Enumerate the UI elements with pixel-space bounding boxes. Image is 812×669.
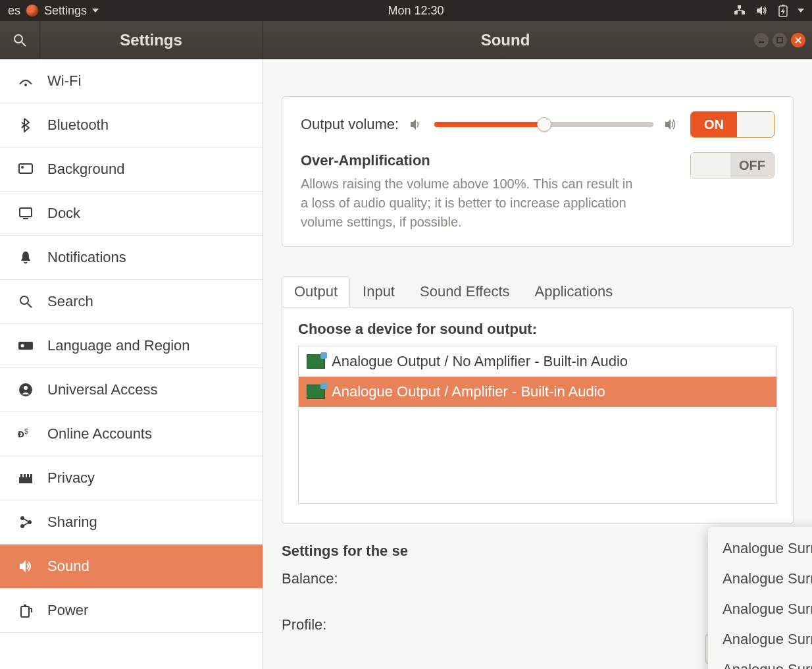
maximize-button[interactable] xyxy=(773,33,787,47)
chevron-down-icon[interactable] xyxy=(92,9,99,13)
tab-output[interactable]: Output xyxy=(282,276,350,307)
profile-option[interactable]: Analogue Surround 5.0 Output xyxy=(708,564,812,594)
sidebar-item-bluetooth[interactable]: Bluetooth xyxy=(0,103,263,147)
window-controls xyxy=(748,33,812,47)
profile-option[interactable]: Analogue Surround 4.1 Output xyxy=(708,624,812,655)
sidebar-item-label: Privacy xyxy=(47,469,95,487)
svg-point-11 xyxy=(14,35,22,43)
sidebar-item-sharing[interactable]: Sharing xyxy=(0,500,263,545)
system-menu-chevron-icon[interactable] xyxy=(798,9,804,13)
window-titlebar: Settings Sound xyxy=(0,21,812,59)
output-volume-switch[interactable]: ON xyxy=(690,111,774,138)
svg-line-23 xyxy=(28,304,32,308)
svg-rect-31 xyxy=(20,474,22,478)
over-amplification-title: Over-Amplification xyxy=(301,152,671,169)
sidebar-item-background[interactable]: Background xyxy=(0,147,263,192)
settings-sidebar: Wi-FiBluetoothBackgroundDockNotification… xyxy=(0,59,263,669)
svg-rect-1 xyxy=(742,11,745,14)
svg-line-38 xyxy=(24,519,28,522)
svg-text:$: $ xyxy=(24,428,28,435)
profile-option[interactable]: Analogue Surround 5.1 Output xyxy=(708,655,812,669)
sidebar-item-online-accounts[interactable]: ᴆ$Online Accounts xyxy=(0,412,263,456)
language-region-icon xyxy=(17,340,34,352)
svg-point-25 xyxy=(21,344,24,348)
sidebar-item-sound[interactable]: Sound xyxy=(0,545,263,589)
svg-point-22 xyxy=(20,296,28,304)
speaker-high-icon xyxy=(664,118,680,131)
sound-tabs: OutputInputSound EffectsApplications xyxy=(282,276,794,307)
svg-rect-30 xyxy=(19,477,32,483)
sidebar-item-label: Background xyxy=(47,161,124,178)
output-device-row[interactable]: Analogue Output / Amplifier - Built-in A… xyxy=(299,377,776,407)
svg-marker-10 xyxy=(781,8,785,15)
svg-rect-0 xyxy=(734,11,738,14)
sidebar-item-power[interactable]: Power xyxy=(0,589,263,633)
sidebar-item-universal-access[interactable]: Universal Access xyxy=(0,368,263,412)
switch-on-label: ON xyxy=(691,112,737,137)
output-device-label: Analogue Output / No Amplifier - Built-i… xyxy=(332,353,628,370)
output-volume-card: Output volume: ON Over-Amplification xyxy=(282,96,794,247)
sound-card-icon xyxy=(307,354,325,369)
wifi-icon xyxy=(17,75,34,87)
output-volume-label: Output volume: xyxy=(301,116,399,133)
profile-option[interactable]: Analogue Surround 2.1 Output xyxy=(708,594,812,624)
output-device-list: Analogue Output / No Amplifier - Built-i… xyxy=(298,346,777,504)
sidebar-item-label: Universal Access xyxy=(47,381,158,398)
choose-device-heading: Choose a device for sound output: xyxy=(298,321,777,338)
sidebar-item-label: Dock xyxy=(47,205,80,222)
sharing-icon xyxy=(17,516,34,529)
tab-applications[interactable]: Applications xyxy=(522,276,626,307)
sound-settings-content: Output volume: ON Over-Amplification xyxy=(263,59,812,669)
over-amplification-desc: Allows raising the volume above 100%. Th… xyxy=(301,174,643,232)
tab-sound-effects[interactable]: Sound Effects xyxy=(407,276,522,307)
sound-card-icon xyxy=(307,385,325,399)
sound-icon xyxy=(17,560,34,573)
sidebar-item-label: Notifications xyxy=(47,249,126,266)
desktop-top-panel: es Settings Mon 12:30 xyxy=(0,0,812,21)
clock[interactable]: Mon 12:30 xyxy=(99,4,733,18)
bluetooth-icon xyxy=(17,118,34,132)
svg-marker-7 xyxy=(757,6,762,15)
sidebar-item-label: Wi-Fi xyxy=(47,72,81,90)
svg-marker-40 xyxy=(20,560,26,572)
left-app-fragment: es xyxy=(8,4,20,18)
tab-input[interactable]: Input xyxy=(350,276,407,307)
network-icon[interactable] xyxy=(733,5,746,16)
profile-option[interactable]: Analogue Surround 4.0 Output xyxy=(708,533,812,564)
search-icon xyxy=(17,295,34,308)
output-device-row[interactable]: Analogue Output / No Amplifier - Built-i… xyxy=(299,346,776,377)
svg-rect-33 xyxy=(27,474,29,478)
svg-marker-45 xyxy=(411,119,416,130)
minimize-button[interactable] xyxy=(754,33,769,47)
output-volume-slider[interactable] xyxy=(434,122,653,127)
sidebar-item-label: Language and Region xyxy=(47,337,190,354)
svg-rect-32 xyxy=(24,474,26,478)
dock-icon xyxy=(17,207,34,220)
svg-text:ᴆ: ᴆ xyxy=(18,428,24,439)
close-button[interactable] xyxy=(791,33,805,47)
svg-rect-41 xyxy=(21,606,29,617)
privacy-icon xyxy=(17,472,34,484)
svg-rect-34 xyxy=(30,474,32,478)
switch-off-label: OFF xyxy=(730,153,774,178)
sidebar-item-label: Bluetooth xyxy=(47,117,109,134)
volume-icon[interactable] xyxy=(755,5,769,16)
app-menu-label[interactable]: Settings xyxy=(44,4,87,18)
battery-icon[interactable] xyxy=(778,4,788,17)
search-button[interactable] xyxy=(0,21,39,59)
sidebar-item-wifi[interactable]: Wi-Fi xyxy=(0,59,263,103)
svg-rect-20 xyxy=(20,208,32,217)
sidebar-item-label: Sharing xyxy=(47,514,97,531)
power-icon xyxy=(17,603,34,618)
sidebar-item-notifications[interactable]: Notifications xyxy=(0,236,263,280)
sidebar-item-dock[interactable]: Dock xyxy=(0,192,263,236)
sidebar-item-search[interactable]: Search xyxy=(0,280,263,324)
svg-line-12 xyxy=(22,42,26,46)
sidebar-item-privacy[interactable]: Privacy xyxy=(0,456,263,500)
speaker-low-icon xyxy=(409,118,424,131)
online-accounts-icon: ᴆ$ xyxy=(17,427,34,441)
universal-access-icon xyxy=(17,383,34,397)
sidebar-item-language-region[interactable]: Language and Region xyxy=(0,324,263,368)
over-amplification-switch[interactable]: OFF xyxy=(690,152,774,178)
svg-marker-46 xyxy=(665,119,671,130)
